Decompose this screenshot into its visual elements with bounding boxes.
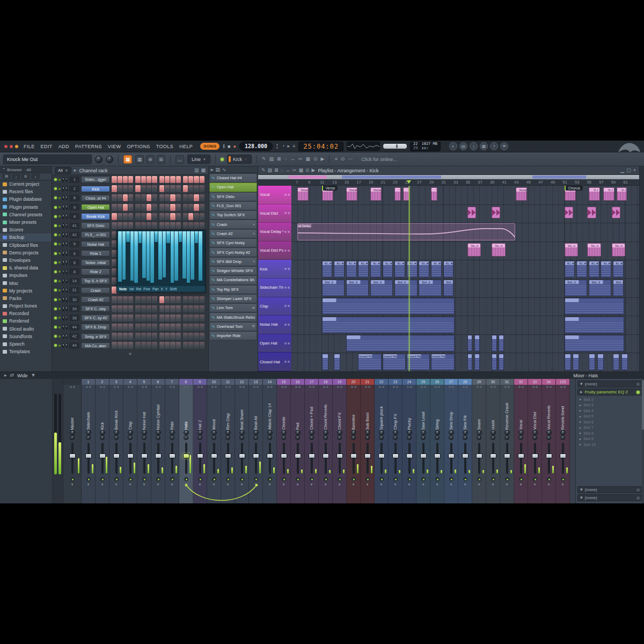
- strip-fader[interactable]: [235, 442, 248, 475]
- strip-pan-knob[interactable]: [114, 430, 119, 435]
- step-cell[interactable]: [147, 324, 151, 331]
- channel-volume-knob[interactable]: [66, 306, 68, 311]
- strip-pan-knob[interactable]: [170, 430, 175, 435]
- collapse-icon[interactable]: ⌃: [2, 167, 5, 172]
- instrument-extra-icon[interactable]: ≋: [252, 306, 255, 310]
- step-cell[interactable]: [165, 305, 170, 312]
- strip-pan-knob[interactable]: [421, 430, 426, 435]
- step-cell[interactable]: [176, 213, 181, 220]
- slip-tool-icon[interactable]: ↔: [290, 157, 295, 162]
- mixer-view-label[interactable]: Wide: [17, 373, 27, 378]
- playlist-clip-sid-2[interactable]: Sid..2: [370, 280, 393, 296]
- channel-enable-led[interactable]: [54, 317, 57, 319]
- mixer-strip-chord-fx[interactable]: 19Chord FX▾: [333, 379, 347, 503]
- track-icon-a[interactable]: [284, 268, 287, 270]
- channel-enable-led[interactable]: [54, 233, 57, 236]
- strip-pan-knob[interactable]: [239, 430, 245, 435]
- strip-route-arrow[interactable]: ▾: [408, 482, 411, 487]
- step-cell[interactable]: [165, 333, 170, 340]
- step-cell[interactable]: [123, 324, 128, 331]
- strip-mute-led[interactable]: [114, 477, 119, 481]
- browser-item-rendered[interactable]: Rendered: [0, 317, 52, 325]
- playlist-clip-vo-n[interactable]: Vo..n: [612, 243, 626, 257]
- strip-mute-led[interactable]: [254, 477, 258, 481]
- playlist-clip-v-l[interactable]: V..l: [603, 187, 614, 201]
- track-icon-b[interactable]: [288, 342, 290, 345]
- step-cell[interactable]: [194, 194, 199, 201]
- step-cell[interactable]: [159, 324, 164, 331]
- playlist-track-header-vocal-delay-vol[interactable]: Vocal Delay Vol: [258, 223, 291, 241]
- strip-route-arrow[interactable]: ▾: [71, 482, 74, 487]
- step-cell[interactable]: [176, 194, 181, 201]
- channel-pan-knob[interactable]: [62, 177, 64, 182]
- strip-mute-led[interactable]: [282, 477, 286, 481]
- strip-sep-knob[interactable]: [435, 435, 440, 440]
- fader-handle[interactable]: [141, 453, 148, 458]
- fx-slot-led[interactable]: [638, 437, 640, 440]
- channel-mute-dot[interactable]: [58, 308, 61, 310]
- browser-scope[interactable]: All: [26, 167, 31, 172]
- channel-mixer-number[interactable]: 8: [69, 268, 79, 275]
- playlist-track-header-vocal[interactable]: Vocal: [258, 186, 291, 204]
- strip-pan-knob[interactable]: [225, 430, 231, 435]
- zoom-tool-icon[interactable]: ⊙: [305, 168, 310, 173]
- strip-fader[interactable]: [430, 442, 444, 475]
- fx-slot-led[interactable]: [638, 432, 640, 435]
- delete-tool-icon[interactable]: ⊠: [277, 157, 281, 162]
- playlist-clip-ki-2[interactable]: Ki..#2: [383, 261, 393, 277]
- strip-mute-led[interactable]: [547, 477, 551, 481]
- typing-to-piano-icon[interactable]: ▦: [135, 155, 144, 164]
- browser-item-plugin-presets[interactable]: Plugin presets: [0, 203, 52, 211]
- track-icon-a[interactable]: [284, 305, 287, 307]
- dock-send-1[interactable]: ▾(none): [577, 486, 642, 493]
- graph-bar[interactable]: [199, 231, 202, 281]
- strip-sep-knob[interactable]: [449, 435, 453, 440]
- step-cell[interactable]: [152, 296, 157, 303]
- channel-pan-knob[interactable]: [62, 325, 64, 330]
- track-icon-b[interactable]: [288, 361, 290, 363]
- channel-enable-led[interactable]: [54, 196, 57, 199]
- playlist-track-header-vocal-dist[interactable]: Vocal Dist: [258, 204, 291, 223]
- strip-sep-knob[interactable]: [560, 435, 565, 440]
- step-cell[interactable]: [183, 222, 188, 229]
- mixer-strip-sine-drop[interactable]: 27Sine Drop▾: [444, 379, 458, 503]
- step-cell[interactable]: [176, 314, 181, 321]
- playlist-track-header-clap[interactable]: Clap: [258, 297, 291, 316]
- step-cell[interactable]: [170, 194, 175, 201]
- strip-mute-led[interactable]: [338, 477, 342, 481]
- step-cell[interactable]: [165, 342, 170, 349]
- playlist-clip--l-[interactable]: (l..: [492, 335, 497, 352]
- strip-mute-led[interactable]: [268, 477, 272, 481]
- graph-bar[interactable]: [134, 231, 138, 283]
- fx-slot-led[interactable]: [638, 415, 640, 418]
- channel-mixer-number[interactable]: 8: [69, 195, 79, 201]
- step-cell[interactable]: [123, 296, 128, 303]
- track-icon-b[interactable]: [288, 268, 290, 270]
- strip-sep-knob[interactable]: [253, 435, 258, 440]
- strip-fader[interactable]: [347, 442, 360, 475]
- channel-mute-dot[interactable]: [58, 335, 61, 338]
- channel-volume-knob[interactable]: [66, 297, 68, 302]
- step-cell[interactable]: [128, 185, 133, 192]
- instrument-item[interactable]: ∿Crash #2+: [209, 229, 257, 238]
- step-cell[interactable]: [112, 296, 116, 303]
- browser-item-mixer-presets[interactable]: Mixer presets: [0, 218, 52, 226]
- strip-mute-led[interactable]: [86, 477, 91, 481]
- step-cell[interactable]: [128, 296, 133, 303]
- step-cell[interactable]: [165, 185, 170, 192]
- graph-bar[interactable]: [118, 231, 122, 282]
- step-cell[interactable]: [123, 222, 128, 229]
- strip-mute-led[interactable]: [212, 477, 216, 481]
- step-cell[interactable]: [200, 222, 204, 229]
- step-cell[interactable]: [135, 185, 140, 192]
- channel-button[interactable]: Smig..e SFX: [81, 333, 110, 340]
- step-cell[interactable]: [152, 314, 157, 321]
- strip-fader[interactable]: [179, 442, 193, 475]
- playlist-clip-ki-2[interactable]: Ki..#2: [431, 261, 442, 277]
- channel-pan-knob[interactable]: [62, 288, 64, 292]
- strip-route-arrow[interactable]: ▾: [353, 482, 355, 487]
- step-cell[interactable]: [128, 194, 133, 201]
- channel-button[interactable]: Toy S..h SFX: [81, 277, 110, 284]
- strip-pan-knob[interactable]: [100, 430, 105, 435]
- step-cell[interactable]: [200, 176, 204, 183]
